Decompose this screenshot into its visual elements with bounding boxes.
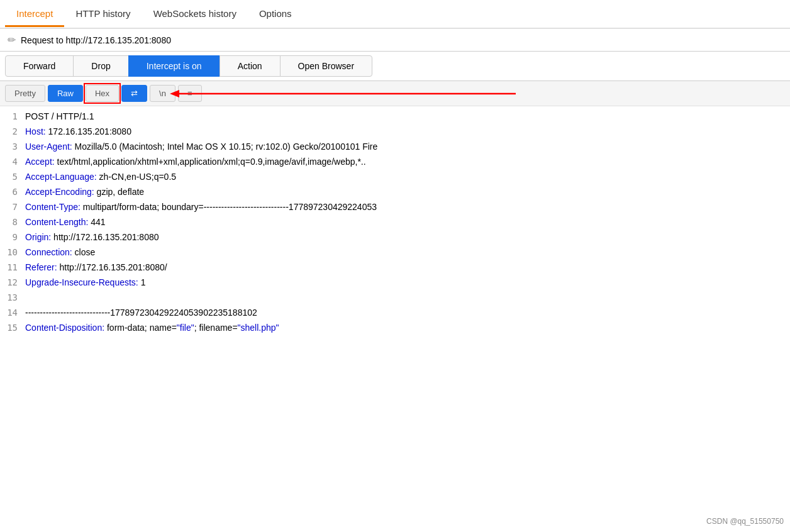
line-number: 6: [0, 184, 25, 199]
header-val: multipart/form-data; boundary=----------…: [81, 202, 377, 212]
line-content: Content-Disposition: form-data; name="fi…: [25, 320, 279, 335]
header-val: form-data; name=: [104, 323, 177, 333]
header-key: Accept-Encoding:: [25, 187, 94, 197]
header-val: gzip, deflate: [94, 187, 144, 197]
table-row: 1POST / HTTP/1.1: [0, 109, 790, 124]
line-number: 12: [0, 275, 25, 290]
header-val: close: [72, 247, 96, 257]
request-url: Request to http://172.16.135.201:8080: [21, 35, 171, 45]
line-number: 13: [0, 290, 25, 305]
tab-intercept[interactable]: Intercept: [5, 2, 64, 27]
header-key: Content-Type:: [25, 202, 81, 212]
open-browser-button[interactable]: Open Browser: [280, 55, 372, 77]
table-row: 2Host: 172.16.135.201:8080: [0, 124, 790, 139]
line-number: 5: [0, 169, 25, 184]
hex-button[interactable]: Hex: [86, 85, 119, 102]
line-content: Upgrade-Insecure-Requests: 1: [25, 275, 145, 290]
action-button[interactable]: Action: [220, 55, 281, 77]
line-content: User-Agent: Mozilla/5.0 (Macintosh; Inte…: [25, 139, 377, 154]
line-number: 3: [0, 139, 25, 154]
line-content: -----------------------------17789723042…: [25, 305, 257, 320]
header-val: 441: [88, 217, 105, 227]
table-row: 13: [0, 290, 790, 305]
header-key: Content-Disposition:: [25, 323, 104, 333]
table-row: 8Content-Length: 441: [0, 214, 790, 230]
pretty-button[interactable]: Pretty: [5, 85, 45, 102]
drop-button[interactable]: Drop: [73, 55, 128, 77]
line-content: POST / HTTP/1.1: [25, 109, 94, 124]
table-row: 14-----------------------------177897230…: [0, 305, 790, 320]
header-val: http://172.16.135.201:8080: [51, 232, 159, 242]
table-row: 3User-Agent: Mozilla/5.0 (Macintosh; Int…: [0, 139, 790, 154]
line-content: Referer: http://172.16.135.201:8080/: [25, 260, 167, 275]
content-area: 1POST / HTTP/1.12Host: 172.16.135.201:80…: [0, 106, 790, 338]
line-content: Connection: close: [25, 245, 95, 260]
header-key: Origin:: [25, 232, 51, 242]
wrap-button[interactable]: ⇄: [121, 85, 147, 102]
header-val: zh-CN,en-US;q=0.5: [97, 172, 176, 182]
line-number: 9: [0, 230, 25, 245]
header-val: Mozilla/5.0 (Macintosh; Intel Mac OS X 1…: [72, 141, 378, 152]
header-val: 172.16.135.201:8080: [46, 126, 131, 136]
table-row: 5Accept-Language: zh-CN,en-US;q=0.5: [0, 169, 790, 184]
table-row: 4Accept: text/html,application/xhtml+xml…: [0, 154, 790, 169]
intercept-on-button[interactable]: Intercept is on: [128, 55, 220, 77]
forward-button[interactable]: Forward: [5, 55, 74, 77]
action-bar: Forward Drop Intercept is on Action Open…: [0, 52, 790, 81]
tab-options[interactable]: Options: [248, 2, 303, 27]
header-key: Accept-Language:: [25, 172, 97, 182]
header-val: 1: [138, 277, 146, 287]
line-content: Content-Length: 441: [25, 214, 106, 230]
line-content: Host: 172.16.135.201:8080: [25, 124, 131, 139]
line-number: 14: [0, 305, 25, 320]
newline-button[interactable]: \n: [150, 85, 175, 102]
table-row: 15Content-Disposition: form-data; name="…: [0, 320, 790, 335]
table-row: 7Content-Type: multipart/form-data; boun…: [0, 199, 790, 214]
line-number: 2: [0, 124, 25, 139]
tab-bar: Intercept HTTP history WebSockets histor…: [0, 0, 790, 29]
line-content: Accept: text/html,application/xhtml+xml,…: [25, 154, 366, 169]
header-key: Accept:: [25, 157, 55, 167]
line-number: 11: [0, 260, 25, 275]
table-row: 6Accept-Encoding: gzip, deflate: [0, 184, 790, 199]
header-key: Content-Length:: [25, 217, 88, 227]
header-key: Upgrade-Insecure-Requests:: [25, 277, 138, 287]
string-val: "file": [177, 323, 194, 333]
table-row: 12Upgrade-Insecure-Requests: 1: [0, 275, 790, 290]
string-val-2: "shell.php": [238, 323, 279, 333]
header-val: text/html,application/xhtml+xml,applicat…: [55, 157, 366, 167]
line-number: 15: [0, 320, 25, 335]
tab-http-history[interactable]: HTTP history: [64, 2, 142, 27]
header-val: http://172.16.135.201:8080/: [57, 262, 167, 272]
table-row: 9Origin: http://172.16.135.201:8080: [0, 230, 790, 245]
header-val-mid: ; filename=: [194, 323, 238, 333]
header-key: Connection:: [25, 247, 72, 257]
table-row: 11Referer: http://172.16.135.201:8080/: [0, 260, 790, 275]
header-key: User-Agent:: [25, 141, 72, 152]
line-content: Content-Type: multipart/form-data; bound…: [25, 199, 377, 214]
line-content: Accept-Encoding: gzip, deflate: [25, 184, 144, 199]
line-content: Accept-Language: zh-CN,en-US;q=0.5: [25, 169, 176, 184]
request-info-bar: ✏ Request to http://172.16.135.201:8080: [0, 29, 790, 52]
raw-button[interactable]: Raw: [48, 85, 83, 102]
line-number: 7: [0, 199, 25, 214]
watermark: CSDN @qq_51550750: [706, 517, 784, 526]
tab-websockets-history[interactable]: WebSockets history: [142, 2, 248, 27]
line-number: 1: [0, 109, 25, 124]
pencil-icon: ✏: [8, 34, 16, 46]
line-number: 8: [0, 214, 25, 230]
menu-button[interactable]: ≡: [178, 85, 202, 102]
annotation-area: Pretty Raw Hex ⇄ \n ≡: [0, 81, 790, 106]
line-content: Origin: http://172.16.135.201:8080: [25, 230, 159, 245]
format-bar: Pretty Raw Hex ⇄ \n ≡: [0, 81, 790, 106]
header-key: Host:: [25, 126, 46, 136]
table-row: 10Connection: close: [0, 245, 790, 260]
hex-highlight: Hex: [86, 85, 119, 102]
header-key: Referer:: [25, 262, 57, 272]
line-number: 10: [0, 245, 25, 260]
line-number: 4: [0, 154, 25, 169]
